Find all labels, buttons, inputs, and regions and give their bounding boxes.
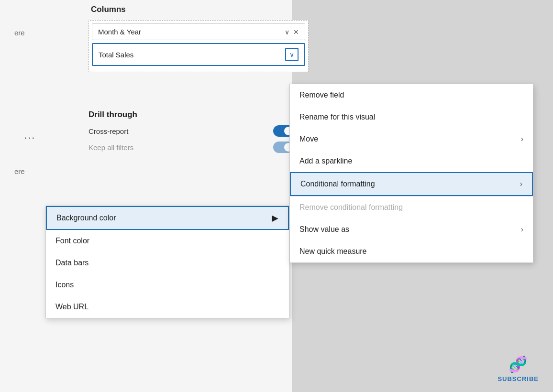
menu-item-web-url-label: Web URL xyxy=(55,303,88,311)
chevron-right-show-icon: › xyxy=(521,225,523,234)
field-container: Month & Year ∨ ✕ Total Sales ∨ xyxy=(88,20,309,72)
menu-item-icons-label: Icons xyxy=(55,281,74,289)
menu-item-web-url[interactable]: Web URL xyxy=(46,296,289,318)
menu-item-icons[interactable]: Icons xyxy=(46,274,289,296)
menu-item-add-sparkline[interactable]: Add a sparkline xyxy=(290,150,533,172)
menu-item-data-bars-label: Data bars xyxy=(55,259,88,267)
cross-report-row: Cross-report xyxy=(88,125,294,137)
right-context-menu: Remove field Rename for this visual Move… xyxy=(289,84,533,263)
field-month-year-label: Month & Year xyxy=(98,28,285,36)
menu-item-remove-field-label: Remove field xyxy=(299,91,344,99)
menu-item-conditional-formatting-label: Conditional formatting xyxy=(300,180,375,188)
menu-item-show-value-as-label: Show value as xyxy=(299,225,349,234)
menu-item-show-value-as[interactable]: Show value as › xyxy=(290,218,533,240)
partial-text-bottom: ere xyxy=(14,167,25,175)
field-month-year[interactable]: Month & Year ∨ ✕ xyxy=(92,23,305,40)
menu-item-remove-field[interactable]: Remove field xyxy=(290,84,533,106)
menu-item-background-color[interactable]: Background color ▶ xyxy=(46,206,289,230)
cursor-icon: ▶ xyxy=(272,213,278,223)
partial-text-top: ere xyxy=(14,29,25,37)
field-total-sales[interactable]: Total Sales ∨ xyxy=(92,43,305,66)
menu-item-rename-visual-label: Rename for this visual xyxy=(299,113,375,121)
left-panel: ere ... ere Columns Month & Year ∨ ✕ Tot… xyxy=(0,0,292,392)
drill-label: Drill through xyxy=(88,110,294,120)
menu-item-new-quick-measure-label: New quick measure xyxy=(299,247,367,256)
subscribe-badge[interactable]: 🧬 SUBSCRIBE xyxy=(498,355,539,382)
field-month-year-icons: ∨ ✕ xyxy=(285,28,299,36)
subscribe-label: SUBSCRIBE xyxy=(498,375,539,382)
chevron-dropdown-button[interactable]: ∨ xyxy=(285,48,299,61)
dna-icon: 🧬 xyxy=(509,355,528,373)
cross-report-label: Cross-report xyxy=(88,127,128,135)
drill-section: Drill through Cross-report Keep all filt… xyxy=(88,110,294,158)
menu-item-add-sparkline-label: Add a sparkline xyxy=(299,157,352,165)
menu-item-conditional-formatting[interactable]: Conditional formatting › xyxy=(290,172,533,196)
columns-section: Columns Month & Year ∨ ✕ Total Sales ∨ xyxy=(88,5,294,72)
menu-item-data-bars[interactable]: Data bars xyxy=(46,252,289,274)
keep-filters-label: Keep all filters xyxy=(88,143,133,152)
menu-item-background-color-label: Background color xyxy=(56,214,116,222)
chevron-down-icon[interactable]: ∨ xyxy=(285,28,289,36)
keep-filters-row: Keep all filters xyxy=(88,142,294,153)
menu-item-font-color[interactable]: Font color xyxy=(46,230,289,252)
chevron-right-active-icon: › xyxy=(520,180,522,188)
menu-item-move[interactable]: Move › xyxy=(290,128,533,150)
left-context-menu: Background color ▶ Font color Data bars … xyxy=(45,206,289,318)
menu-item-remove-conditional-label: Remove conditional formatting xyxy=(299,203,403,212)
field-total-sales-label: Total Sales xyxy=(99,51,285,59)
close-icon[interactable]: ✕ xyxy=(293,28,299,36)
menu-item-new-quick-measure[interactable]: New quick measure xyxy=(290,240,533,262)
menu-item-remove-conditional: Remove conditional formatting xyxy=(290,196,533,218)
chevron-right-icon: › xyxy=(521,135,523,143)
field-total-sales-icons: ∨ xyxy=(285,48,299,61)
menu-item-rename-visual[interactable]: Rename for this visual xyxy=(290,106,533,128)
menu-item-move-label: Move xyxy=(299,135,318,143)
dots-indicator: ... xyxy=(24,129,35,142)
menu-item-font-color-label: Font color xyxy=(55,237,89,245)
columns-label: Columns xyxy=(88,5,294,14)
